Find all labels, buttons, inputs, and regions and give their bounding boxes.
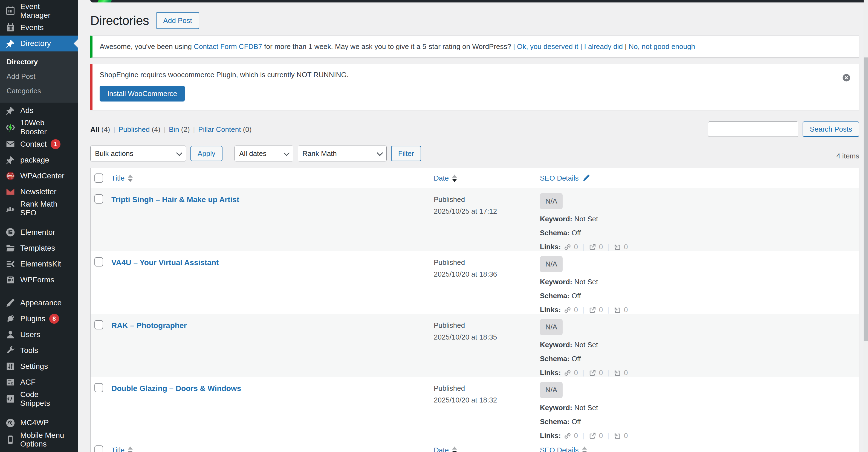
sidebar-subitem-categories[interactable]: Categories <box>0 84 78 98</box>
row-checkbox-cell <box>91 188 112 251</box>
view-link-bin[interactable]: Bin <box>169 125 179 133</box>
sidebar-item-mc4wp[interactable]: MC4WP <box>0 415 78 431</box>
search-posts-button[interactable]: Search Posts <box>803 122 859 137</box>
shopengine-message: ShopEngine requires woocommerce Plugin, … <box>100 71 852 79</box>
seo-details-cell: N/AKeyword: Not SetSchema: OffLinks:0|0|… <box>540 251 859 314</box>
row-checkbox[interactable] <box>94 320 103 329</box>
dates-filter-select[interactable]: All dates <box>235 146 293 161</box>
rank-math-filter-select[interactable]: Rank Math <box>298 146 387 161</box>
row-checkbox[interactable] <box>94 257 103 266</box>
view-link-all[interactable]: All <box>90 125 99 133</box>
sidebar-item-label: WPAdCenter <box>20 171 64 180</box>
sidebar-subitem-directory[interactable]: Directory <box>0 55 78 69</box>
seo-score-badge: N/A <box>540 256 563 272</box>
sidebar-item-settings[interactable]: Settings <box>0 358 78 374</box>
link-count: 0 <box>574 305 578 314</box>
dismiss-notice-icon[interactable] <box>842 73 851 82</box>
view-filter-links: All (4)|Published (4)|Bin (2)|Pillar Con… <box>90 122 251 134</box>
rating-link-already-did[interactable]: I already did <box>584 42 623 51</box>
link-separator: | <box>581 305 586 314</box>
scrollbar-thumb[interactable] <box>864 58 868 341</box>
sidebar-item-acf[interactable]: ACF <box>0 374 78 390</box>
view-link-pillar-content[interactable]: Pillar Content <box>198 125 241 133</box>
sidebar-subitem-add-post[interactable]: Add Post <box>0 69 78 84</box>
rating-notice: Awesome, you've been using Contact Form … <box>90 36 859 58</box>
column-footer-title[interactable]: Title <box>112 446 434 452</box>
sidebar-item-templates[interactable]: Templates <box>0 240 78 256</box>
apply-button[interactable]: Apply <box>190 146 222 161</box>
sidebar-item-package[interactable]: package <box>0 152 78 168</box>
post-title-link[interactable]: RAK – Photographer <box>112 321 187 330</box>
bulk-actions-select[interactable]: Bulk actions <box>90 146 186 161</box>
search-input[interactable] <box>708 122 798 137</box>
sidebar-item-label: 10Web Booster <box>20 119 69 136</box>
date-cell: Published2025/10/20 at 18:35 <box>434 314 540 377</box>
link-separator: | <box>623 42 628 51</box>
link-count: 0 <box>624 243 628 251</box>
sidebar-item-ads[interactable]: Ads <box>0 103 78 119</box>
select-all-checkbox[interactable] <box>94 446 103 452</box>
rating-link-not-good[interactable]: No, not good enough <box>628 42 695 51</box>
select-all-checkbox[interactable] <box>94 173 103 183</box>
sidebar-item-label: Appearance <box>20 298 62 307</box>
post-status: Published <box>434 258 540 267</box>
seo-score-badge: N/A <box>540 193 563 209</box>
seo-keyword-value: Not Set <box>575 278 598 286</box>
sidebar-item-rank-math-seo[interactable]: Rank Math SEO <box>0 200 78 217</box>
post-title-link[interactable]: Double Glazing – Doors & Windows <box>112 384 241 393</box>
column-header-title[interactable]: Title <box>112 174 434 183</box>
sidebar-item-newsletter[interactable]: Newsletter <box>0 184 78 200</box>
seo-keyword-line: Keyword: Not Set <box>540 215 859 223</box>
sidebar-item-label: Newsletter <box>20 187 56 196</box>
sidebar-item-directory[interactable]: Directory <box>0 36 78 52</box>
sidebar-item-contact[interactable]: Contact1 <box>0 136 78 152</box>
sidebar-item-code-snippets[interactable]: Code Snippets <box>0 390 78 408</box>
view-count: (0) <box>243 125 252 133</box>
filter-button[interactable]: Filter <box>391 146 421 161</box>
sidebar-item-tools[interactable]: Tools <box>0 343 78 358</box>
link-icon <box>564 243 571 251</box>
sidebar-item-event-manager[interactable]: Event Manager <box>0 2 78 20</box>
sidebar-item-wpforms[interactable]: WPForms <box>0 272 78 288</box>
sidebar-item-elementskit[interactable]: ElementsKit <box>0 256 78 272</box>
view-count: (4) <box>152 125 160 133</box>
sidebar-item-mobile-menu-options[interactable]: Mobile Menu Options <box>0 431 78 448</box>
sidebar-item-events[interactable]: Events <box>0 20 78 36</box>
add-post-button[interactable]: Add Post <box>156 12 199 29</box>
code-icon <box>5 394 15 404</box>
column-footer-seo[interactable]: SEO Details <box>540 446 859 452</box>
rating-link-deserved[interactable]: Ok, you deserved it <box>517 42 578 51</box>
view-separator: | <box>110 125 119 133</box>
sidebar-item-wpadcenter[interactable]: wpWPAdCenter <box>0 168 78 184</box>
sidebar-item-label: ACF <box>20 378 36 387</box>
external-link-icon <box>589 369 596 377</box>
acf-icon <box>5 377 15 387</box>
sidebar-item-label: Events <box>20 23 44 32</box>
column-header-date[interactable]: Date <box>434 174 540 183</box>
sidebar-item-users[interactable]: Users <box>0 327 78 343</box>
date-cell: Published2025/10/25 at 17:12 <box>434 188 540 251</box>
main-content: Directories Add Post Awesome, you've bee… <box>78 0 868 452</box>
scrollbar-track[interactable] <box>864 0 868 452</box>
seo-schema-label: Schema: <box>540 292 569 300</box>
sidebar-item-appearance[interactable]: Appearance <box>0 295 78 311</box>
sidebar-item-elementor[interactable]: Elementor <box>0 224 78 240</box>
pushpin-icon <box>5 39 15 49</box>
view-link-published[interactable]: Published <box>119 125 150 133</box>
seo-keyword-value: Not Set <box>575 403 598 412</box>
seo-details-cell: N/AKeyword: Not SetSchema: OffLinks:0|0|… <box>540 188 859 251</box>
sidebar-item-10web-booster[interactable]: 10Web Booster <box>0 119 78 136</box>
post-title-link[interactable]: VA4U – Your Virtual Assistant <box>112 258 219 267</box>
menu-separator <box>0 288 78 295</box>
post-title-link[interactable]: Tripti Singh – Hair & Make up Artist <box>112 195 239 204</box>
sort-arrows-icon <box>128 174 133 182</box>
sidebar-item-plugins[interactable]: Plugins8 <box>0 311 78 327</box>
column-footer-date[interactable]: Date <box>434 446 540 452</box>
column-header-seo[interactable]: SEO Details <box>540 174 859 183</box>
edit-pencil-icon[interactable] <box>582 174 590 182</box>
seo-links-label: Links: <box>540 305 561 314</box>
row-checkbox[interactable] <box>94 383 103 392</box>
install-woocommerce-button[interactable]: Install WooCommerce <box>100 86 185 101</box>
row-checkbox[interactable] <box>94 194 103 203</box>
plugin-link[interactable]: Contact Form CFDB7 <box>194 42 262 51</box>
